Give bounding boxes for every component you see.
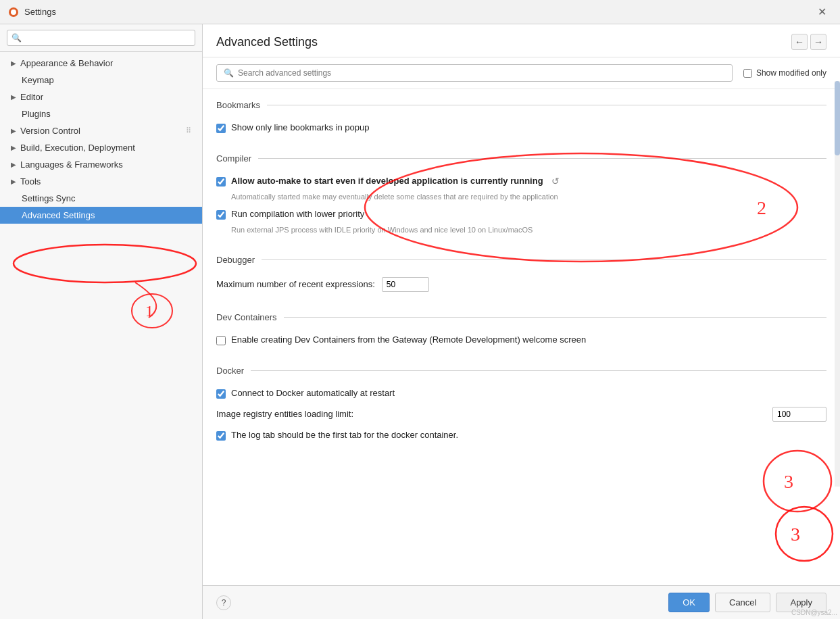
sidebar-item-tools[interactable]: ▶ Tools xyxy=(0,173,202,190)
dev-containers-section-header: Dev Containers xyxy=(216,312,826,322)
sidebar-item-appearance[interactable]: ▶ Appearance & Behavior xyxy=(0,55,202,72)
lower-priority-description: Run external JPS process with IDLE prior… xyxy=(231,225,826,235)
connect-docker-checkbox[interactable] xyxy=(216,389,226,399)
sidebar-item-languages[interactable]: ▶ Languages & Frameworks xyxy=(0,156,202,173)
nav-buttons: ← → xyxy=(791,34,826,50)
log-tab-checkbox[interactable] xyxy=(216,431,226,441)
debugger-title: Debugger xyxy=(216,255,255,265)
sidebar-item-editor[interactable]: ▶ Editor xyxy=(0,89,202,105)
sidebar-search-input[interactable] xyxy=(7,30,195,46)
chevron-right-icon: ▶ xyxy=(11,93,16,101)
docker-section: Docker Connect to Docker automatically a… xyxy=(203,355,840,450)
svg-point-1 xyxy=(11,9,16,15)
compiler-title: Compiler xyxy=(216,153,251,164)
sidebar-items: ▶ Appearance & Behavior Keymap ▶ Editor … xyxy=(0,52,202,619)
image-registry-row: Image registry entities loading limit: xyxy=(216,403,826,426)
search-advanced-input[interactable] xyxy=(238,68,725,78)
docker-section-header: Docker xyxy=(216,366,826,376)
enable-dev-containers-checkbox[interactable] xyxy=(216,336,226,345)
debugger-section: Debugger Maximum number of recent expres… xyxy=(203,244,840,301)
sidebar-item-label: Appearance & Behavior xyxy=(20,58,113,68)
show-line-bookmarks-label: Show only line bookmarks in popup xyxy=(231,122,370,132)
max-expressions-label: Maximum number of recent expressions: xyxy=(216,279,375,289)
search-box-container: 🔍 xyxy=(216,64,733,82)
image-registry-input[interactable] xyxy=(772,407,826,422)
show-line-bookmarks-checkbox[interactable] xyxy=(216,124,226,133)
sidebar-item-plugins[interactable]: Plugins xyxy=(0,105,202,122)
enable-dev-containers-row: Enable creating Dev Containers from the … xyxy=(216,330,826,349)
bookmarks-title: Bookmarks xyxy=(216,100,260,110)
scrollbar-track[interactable] xyxy=(835,81,840,487)
chevron-right-icon: ▶ xyxy=(11,178,16,185)
dev-containers-section: Dev Containers Enable creating Dev Conta… xyxy=(203,301,840,355)
chevron-right-icon: ▶ xyxy=(11,127,16,134)
bookmarks-section: Bookmarks Show only line bookmarks in po… xyxy=(203,89,840,143)
panel-title: Advanced Settings xyxy=(216,35,791,49)
search-icon: 🔍 xyxy=(224,68,234,78)
connect-docker-row: Connect to Docker automatically at resta… xyxy=(216,384,826,403)
app-icon xyxy=(8,7,19,18)
cancel-button[interactable]: Cancel xyxy=(715,593,770,612)
lower-priority-checkbox[interactable] xyxy=(216,210,226,220)
section-divider xyxy=(262,259,826,260)
watermark: CSDN@ysa2... xyxy=(791,609,837,616)
sidebar-item-version-control[interactable]: ▶ Version Control ⠿ xyxy=(0,122,202,139)
reset-icon[interactable]: ↺ xyxy=(551,176,560,187)
auto-make-label: Allow auto-make to start even if develop… xyxy=(231,176,543,186)
sidebar-item-label: Advanced Settings xyxy=(22,210,95,220)
close-button[interactable]: ✕ xyxy=(812,3,832,21)
window-title: Settings xyxy=(24,7,812,17)
auto-make-row: Allow auto-make to start even if develop… xyxy=(216,172,826,191)
sidebar-item-label: Editor xyxy=(20,92,43,102)
sidebar-item-label: Build, Execution, Deployment xyxy=(20,143,135,153)
enable-dev-containers-label: Enable creating Dev Containers from the … xyxy=(231,335,586,345)
panel-header: Advanced Settings ← → xyxy=(203,24,840,57)
title-bar: Settings ✕ xyxy=(0,0,840,24)
back-button[interactable]: ← xyxy=(791,34,808,50)
max-expressions-row: Maximum number of recent expressions: xyxy=(216,273,826,296)
lower-priority-row: Run compilation with lower priority xyxy=(216,205,826,224)
ok-button[interactable]: OK xyxy=(668,593,710,612)
sidebar-item-keymap[interactable]: Keymap xyxy=(0,72,202,89)
show-modified-label: Show modified only xyxy=(756,68,826,78)
svg-point-5 xyxy=(764,451,831,512)
sidebar: ▶ Appearance & Behavior Keymap ▶ Editor … xyxy=(0,24,203,619)
main-panel: Advanced Settings ← → 🔍 Show modified on… xyxy=(203,24,840,619)
log-tab-row: The log tab should be the first tab for … xyxy=(216,426,826,445)
lower-priority-label: Run compilation with lower priority xyxy=(231,209,364,219)
compiler-section: Compiler Allow auto-make to start even i… xyxy=(203,143,840,244)
sidebar-item-settings-sync[interactable]: Settings Sync xyxy=(0,190,202,207)
debugger-section-header: Debugger xyxy=(216,255,826,265)
log-tab-label: The log tab should be the first tab for … xyxy=(231,430,458,440)
show-modified-container: Show modified only xyxy=(743,68,826,78)
sidebar-item-advanced-settings[interactable]: Advanced Settings xyxy=(0,207,202,224)
auto-make-checkbox[interactable] xyxy=(216,177,226,187)
auto-make-setting: Allow auto-make to start even if develop… xyxy=(216,172,826,202)
section-divider xyxy=(251,370,826,371)
chevron-right-icon: ▶ xyxy=(11,144,16,151)
content-area: Bookmarks Show only line bookmarks in po… xyxy=(203,89,840,585)
chevron-right-icon: ▶ xyxy=(11,161,16,168)
show-line-bookmarks-row: Show only line bookmarks in popup xyxy=(216,118,826,137)
bottom-bar: ? OK Cancel Apply xyxy=(203,585,840,619)
svg-text:3: 3 xyxy=(784,471,793,492)
forward-button[interactable]: → xyxy=(810,34,826,50)
max-expressions-input[interactable] xyxy=(382,277,429,292)
sidebar-item-label: Keymap xyxy=(22,75,54,85)
dev-containers-title: Dev Containers xyxy=(216,312,277,322)
section-divider xyxy=(267,105,826,105)
docker-title: Docker xyxy=(216,366,244,376)
connect-docker-label: Connect to Docker automatically at resta… xyxy=(231,388,395,398)
sidebar-search-container xyxy=(0,24,202,52)
auto-make-description: Automatically started make may eventuall… xyxy=(231,192,826,202)
scrollbar-thumb[interactable] xyxy=(835,81,840,155)
sidebar-item-label: Tools xyxy=(20,176,41,187)
bookmarks-section-header: Bookmarks xyxy=(216,100,826,110)
search-row: 🔍 Show modified only xyxy=(203,57,840,89)
sidebar-item-label: Settings Sync xyxy=(22,193,76,203)
help-button[interactable]: ? xyxy=(216,595,231,610)
compiler-section-header: Compiler xyxy=(216,153,826,164)
show-modified-checkbox[interactable] xyxy=(743,69,752,78)
sidebar-item-build[interactable]: ▶ Build, Execution, Deployment xyxy=(0,139,202,156)
chevron-right-icon: ▶ xyxy=(11,59,16,67)
